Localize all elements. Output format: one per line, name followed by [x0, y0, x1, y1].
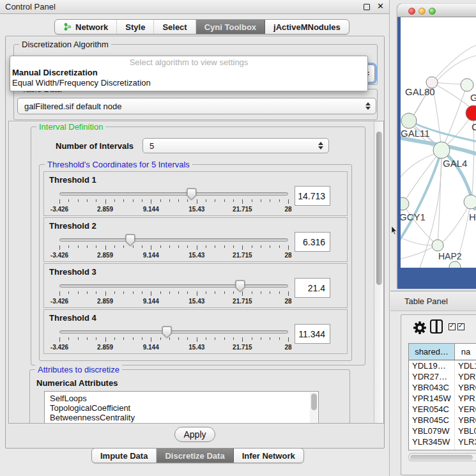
table-row[interactable]: YBR043CYBR04 [409, 382, 476, 393]
num-intervals-value: 5 [150, 141, 154, 151]
close-icon[interactable]: ✕ [377, 1, 384, 11]
tab-impute-data[interactable]: Impute Data [92, 449, 157, 463]
attribute-list-item[interactable]: SelfLoops [45, 394, 318, 403]
network-node[interactable] [433, 142, 450, 158]
slider-track[interactable] [59, 238, 288, 242]
interval-definition-group: Interval Definition Number of Intervals … [31, 127, 365, 365]
slider-thumb[interactable] [125, 234, 135, 246]
close-traffic-light-icon[interactable] [408, 8, 415, 15]
slider-thumb[interactable] [187, 188, 196, 200]
thresholds-group-title: Threshold's Coordinates for 5 Intervals [45, 160, 192, 169]
checkbox-icon[interactable] [449, 323, 456, 330]
tab-discretize-data[interactable]: Discretize Data [157, 449, 233, 463]
zoom-traffic-light-icon[interactable] [429, 8, 436, 15]
table-panel-header: Table Panel [390, 291, 476, 311]
tab-jactivemnodules[interactable]: jActiveMNodules [265, 20, 349, 34]
float-window-icon[interactable] [364, 4, 370, 10]
attributes-group-title: Attributes to discretize [35, 365, 122, 374]
algorithm-dropdown-popup: Select algorithm to view settings Manual… [10, 56, 368, 91]
threshold-value-field[interactable] [295, 186, 330, 206]
table-row[interactable]: YIL052CYIL05 [409, 447, 476, 450]
tab-style[interactable]: Style [117, 20, 154, 34]
network-node[interactable] [401, 197, 409, 210]
slider-thumb[interactable] [235, 280, 245, 292]
table-horizontal-scrollbar[interactable] [408, 453, 476, 461]
network-node[interactable] [432, 240, 443, 251]
slider-tick-labels: -3.4262.8599.14415.4321.71528 [59, 344, 288, 351]
list-scrollbar[interactable] [310, 392, 318, 424]
popup-placeholder-item[interactable]: Select algorithm to view settings [10, 58, 367, 68]
num-intervals-combobox[interactable]: 5 [142, 138, 329, 153]
numerical-attributes-label: Numerical Attributes [36, 378, 118, 388]
threshold-label: Threshold 1 [49, 175, 96, 185]
numerical-attributes-list[interactable]: SelfLoopsTopologicalCoefficientBetweenne… [44, 391, 319, 424]
threshold-value-field[interactable] [295, 278, 330, 298]
tab-select[interactable]: Select [154, 20, 196, 34]
slider-tick-labels: -3.4262.8599.14415.4321.71528 [59, 298, 288, 305]
table-header-row: shared… na [409, 344, 476, 360]
threshold-panel: Threshold 1 -3.4262.8599.14415.4321.7152… [43, 171, 348, 216]
cyni-toolbox-panel: Discretization Algorithm Select algorith… [5, 36, 385, 449]
table-hscrollbar-thumb[interactable] [410, 455, 473, 460]
threshold-value-field[interactable] [295, 324, 330, 344]
apply-button[interactable]: Apply [174, 427, 215, 442]
tab-infer-network[interactable]: Infer Network [234, 449, 303, 463]
mouse-cursor [391, 226, 397, 235]
table-row[interactable]: YDR27…YDR27 [409, 371, 476, 382]
discretization-algorithm-group-title: Discretization Algorithm [19, 40, 111, 49]
threshold-panel: Threshold 3 -3.4262.8599.14415.4321.7152… [43, 263, 348, 308]
network-window-titlebar[interactable] [397, 4, 476, 17]
popup-item-equal-width-frequency[interactable]: Equal Width/Frequency Discretization [10, 78, 367, 88]
column-header-name[interactable]: na [455, 344, 476, 360]
attribute-list-item[interactable]: TopologicalCoefficient [45, 403, 318, 413]
attribute-list-item[interactable]: BetweennessCentrality [45, 413, 318, 422]
threshold-value-field[interactable] [295, 232, 330, 252]
table-row[interactable]: YBL079WYBL07 [409, 426, 476, 436]
network-node-label: GAL11 [401, 128, 430, 139]
network-node-label: GAL80 [405, 86, 435, 97]
popup-item-manual-discretization[interactable]: Manual Discretization [10, 68, 367, 78]
network-edge [403, 204, 435, 243]
minimize-traffic-light-icon[interactable] [418, 8, 426, 15]
node-attribute-table: shared… na YDL19…YDL19YDR27…YDR27YBR043C… [408, 343, 476, 450]
threshold-label: Threshold 3 [49, 267, 96, 277]
slider-thumb[interactable] [162, 326, 172, 338]
tab-cyni-toolbox[interactable]: Cyni Toolbox [196, 20, 265, 34]
top-tab-bar: Network Style Select Cyni Toolbox jActiv… [54, 19, 349, 35]
application-root: Control Panel ✕ Network Style Select Cyn… [0, 0, 476, 476]
network-node-label: GA [470, 92, 476, 103]
network-node[interactable] [464, 195, 476, 209]
network-node-label: GCY1 [401, 211, 426, 222]
network-node[interactable] [461, 79, 473, 91]
gear-icon[interactable] [413, 321, 427, 335]
table-row[interactable]: YLR345WYLR34 [409, 436, 476, 447]
slider-ticks [59, 245, 288, 250]
slider-track[interactable] [59, 192, 288, 196]
threshold-slider[interactable]: -3.4262.8599.14415.4321.71528 [59, 326, 288, 353]
table-row[interactable]: YDL19…YDL19 [409, 360, 476, 371]
network-node[interactable] [466, 105, 476, 121]
table-row[interactable]: YER054CYER05 [409, 404, 476, 415]
threshold-slider[interactable]: -3.4262.8599.14415.4321.71528 [59, 234, 288, 261]
table-row[interactable]: YPR145WYPR14 [409, 393, 476, 404]
network-edge [404, 150, 441, 201]
attributes-group: Attributes to discretize Numerical Attri… [29, 369, 350, 424]
tab-network[interactable]: Network [55, 20, 117, 34]
network-node[interactable] [449, 261, 461, 268]
network-node[interactable] [401, 113, 417, 128]
network-canvas[interactable]: GAL80GACGAL11GAL4GCY1HHAP2 [401, 17, 476, 268]
column-header-shared-name[interactable]: shared… [409, 344, 455, 360]
panel-scrollbar-thumb[interactable] [376, 132, 382, 285]
list-scrollbar-thumb[interactable] [311, 394, 317, 410]
threshold-slider[interactable]: -3.4262.8599.14415.4321.71528 [59, 280, 288, 307]
columns-icon[interactable] [430, 319, 443, 334]
table-data-combobox[interactable]: galFiltered.sif default node [17, 98, 376, 114]
network-tab-icon [63, 22, 72, 31]
slider-track[interactable] [59, 330, 288, 334]
slider-track[interactable] [59, 284, 288, 288]
threshold-slider[interactable]: -3.4262.8599.14415.4321.71528 [59, 188, 288, 215]
threshold-label: Threshold 2 [49, 221, 96, 231]
table-row[interactable]: YBR045CYBR04 [409, 415, 476, 426]
panel-scrollbar[interactable] [374, 121, 383, 423]
checkbox-icon[interactable] [457, 323, 464, 330]
